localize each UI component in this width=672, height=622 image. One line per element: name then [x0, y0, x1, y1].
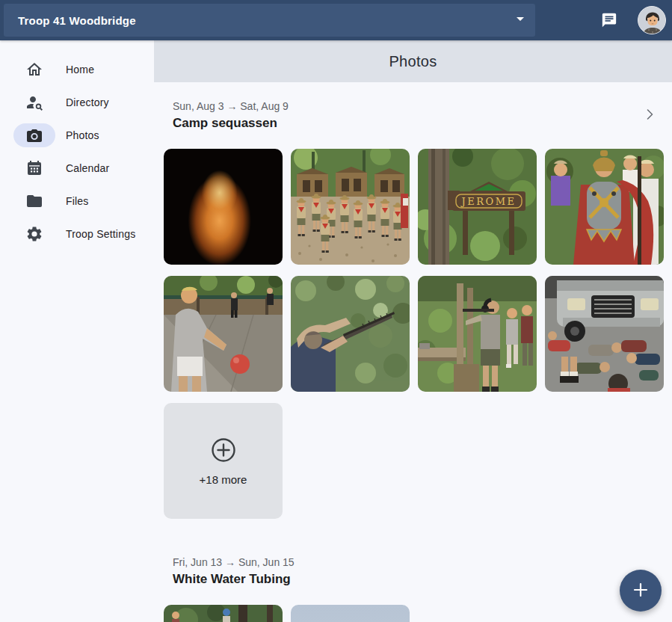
album-title: Camp sequassen [173, 116, 289, 131]
avatar[interactable] [638, 6, 666, 34]
sidebar-item-label: Directory [66, 96, 109, 108]
chat-icon[interactable] [594, 5, 624, 35]
more-photos-tile[interactable]: +18 more [164, 403, 283, 519]
troop-title: Troop 41 Woodbridge [18, 14, 136, 27]
photo-grid [164, 605, 664, 622]
circle-plus-icon [210, 437, 237, 464]
photo-tile[interactable]: JEROME [418, 149, 537, 265]
sidebar-item-label: Troop Settings [66, 228, 135, 240]
sidebar-item-calendar[interactable]: Calendar [0, 152, 154, 185]
sign-text: JEROME [460, 196, 517, 207]
troop-selector[interactable]: Troop 41 Woodbridge [4, 4, 535, 37]
camera-icon [25, 126, 43, 144]
album-date-range: Fri, Jun 13 → Sun, Jun 15 [173, 556, 295, 568]
photo-tile[interactable] [291, 276, 410, 392]
sidebar-item-label: Files [66, 195, 89, 207]
sidebar: Home Directory Photos [0, 40, 154, 622]
photo-tile[interactable] [164, 149, 283, 265]
add-photo-fab[interactable] [620, 570, 662, 612]
sidebar-item-label: Photos [66, 129, 99, 141]
album-header[interactable]: Sun, Aug 3 → Sat, Aug 9 Camp sequassen [154, 100, 672, 131]
album-title: White Water Tubing [173, 572, 295, 587]
album-section-white-water-tubing: Fri, Jun 13 → Sun, Jun 15 White Water Tu… [154, 556, 672, 622]
caret-down-icon [511, 10, 529, 31]
photo-tile[interactable] [545, 149, 664, 265]
sidebar-item-files[interactable]: Files [0, 185, 154, 218]
photo-tile[interactable] [545, 276, 664, 392]
page-title: Photos [389, 53, 437, 70]
sidebar-item-photos[interactable]: Photos [0, 119, 154, 152]
photo-grid: JEROME [164, 149, 664, 519]
more-photos-label: +18 more [200, 473, 247, 486]
album-date-range: Sun, Aug 3 → Sat, Aug 9 [173, 100, 289, 112]
photo-tile[interactable] [291, 149, 410, 265]
sidebar-item-home[interactable]: Home [0, 53, 154, 86]
sidebar-item-directory[interactable]: Directory [0, 86, 154, 119]
app-bar: Troop 41 Woodbridge [0, 0, 672, 40]
person-search-icon [25, 93, 43, 111]
sidebar-item-troop-settings[interactable]: Troop Settings [0, 218, 154, 250]
app-bar-actions [594, 0, 672, 40]
sidebar-item-label: Home [66, 64, 94, 76]
main-content: Photos Sun, Aug 3 → Sat, Aug 9 Camp sequ… [154, 40, 672, 622]
calendar-icon [25, 159, 43, 177]
photo-tile[interactable] [291, 605, 410, 622]
photo-tile[interactable] [164, 276, 283, 392]
album-header[interactable]: Fri, Jun 13 → Sun, Jun 15 White Water Tu… [154, 556, 672, 587]
sidebar-item-label: Calendar [66, 162, 109, 174]
plus-icon [632, 581, 650, 601]
album-section-camp-sequassen: Sun, Aug 3 → Sat, Aug 9 Camp sequassen [154, 100, 672, 519]
folder-icon [25, 192, 43, 210]
photo-tile[interactable] [418, 276, 537, 392]
chevron-right-icon[interactable] [641, 105, 659, 126]
gear-icon [25, 225, 43, 243]
home-icon [25, 61, 43, 78]
photo-tile[interactable] [164, 605, 283, 622]
page-header: Photos [154, 40, 672, 82]
